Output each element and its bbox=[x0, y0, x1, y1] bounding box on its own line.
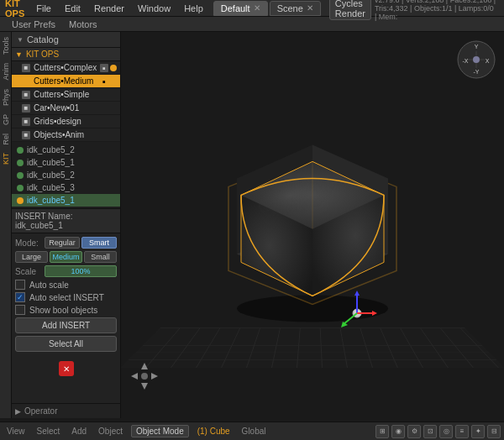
bottom-add[interactable]: Add bbox=[68, 427, 90, 436]
operator-section: ▶ Operator bbox=[12, 403, 120, 418]
tab-default[interactable]: Default ✕ bbox=[213, 1, 268, 16]
catalog-dot bbox=[110, 65, 117, 71]
tab-close-default[interactable]: ✕ bbox=[254, 3, 260, 13]
insert-list: idk_cube5_2 idk_cube5_1 idk_cube5_2 idk_… bbox=[12, 142, 120, 208]
viewport-nav-arrows[interactable] bbox=[128, 359, 161, 395]
auto-scale-row: Auto scale bbox=[15, 280, 117, 290]
show-bool-row: Show bool objects bbox=[15, 305, 117, 315]
catalog-icon: ■ bbox=[22, 64, 30, 72]
version-info: v2.79.6 | Verts:2,168 | Faces:2,166 | Tr… bbox=[375, 0, 497, 21]
insert-item-0[interactable]: idk_cube5_2 bbox=[12, 144, 120, 156]
insert-dot-active bbox=[17, 197, 24, 204]
cube-svg bbox=[195, 102, 430, 338]
select-all-button[interactable]: Select All bbox=[15, 336, 117, 352]
tab-close-scene[interactable]: ✕ bbox=[307, 3, 313, 13]
catalog-item-cutters-simple[interactable]: ■ Cutters•Simple bbox=[12, 88, 120, 102]
insert-item-4[interactable]: idk_cube5_1 bbox=[12, 194, 120, 207]
add-insert-button[interactable]: Add INSERT bbox=[15, 317, 117, 333]
viewport-icon-7[interactable]: ✦ bbox=[471, 425, 485, 438]
viewport-icon-8[interactable]: ⊟ bbox=[487, 425, 501, 438]
svg-marker-27 bbox=[151, 373, 158, 380]
size-small[interactable]: Small bbox=[84, 251, 117, 263]
viewport-icon-5[interactable]: ◎ bbox=[439, 425, 453, 438]
top-menu-bar: KIT OPS File Edit Render Window Help Def… bbox=[0, 0, 504, 17]
catalog-list: ■ Cutters•Complex ▪ Cutters•Medium ▪ ■ C… bbox=[12, 61, 120, 142]
viewport-icon-6[interactable]: ≡ bbox=[455, 425, 469, 438]
menu-file[interactable]: File bbox=[29, 0, 58, 16]
viewport-icon-4[interactable]: ⊡ bbox=[423, 425, 437, 438]
viewport-icon-3[interactable]: ⚙ bbox=[407, 425, 421, 438]
engine-selector[interactable]: Cycles Render bbox=[329, 0, 371, 20]
catalog-btn-medium[interactable]: ▪ bbox=[100, 77, 108, 86]
svg-marker-11 bbox=[354, 291, 360, 296]
bottom-icon-bar: ⊞ ◉ ⚙ ⊡ ◎ ≡ ✦ ⊟ bbox=[375, 425, 501, 438]
nav-gizmo[interactable]: Y X -X -Y bbox=[455, 39, 497, 81]
catalog-dot bbox=[110, 78, 117, 85]
show-bool-checkbox[interactable] bbox=[15, 305, 25, 315]
menu-help[interactable]: Help bbox=[177, 0, 210, 16]
viewport-icon-2[interactable]: ◉ bbox=[391, 425, 405, 438]
size-large[interactable]: Large bbox=[15, 251, 48, 263]
mode-smart[interactable]: Smart bbox=[81, 237, 117, 249]
left-toolbar: Tools Anim Phys GP Rel KIT bbox=[0, 32, 12, 418]
tab-scene[interactable]: Scene ✕ bbox=[270, 1, 321, 16]
global-selector[interactable]: Global bbox=[239, 427, 270, 436]
vtab-physics[interactable]: Phys bbox=[0, 86, 12, 109]
mode-selector[interactable]: Object Mode bbox=[131, 425, 189, 437]
catalog-item-cutters-medium[interactable]: Cutters•Medium ▪ bbox=[12, 75, 120, 88]
active-object: (1) Cube bbox=[197, 427, 230, 436]
catalog-item-cutters-complex[interactable]: ■ Cutters•Complex ▪ bbox=[12, 61, 120, 75]
kit-ops-header[interactable]: ▼ KIT OPS bbox=[12, 48, 120, 61]
menu-render[interactable]: Render bbox=[87, 0, 131, 16]
transform-gizmo bbox=[332, 284, 382, 334]
catalog-icon bbox=[22, 77, 30, 86]
operator-expand-icon: ▶ bbox=[15, 407, 21, 416]
bottom-object[interactable]: Object bbox=[95, 427, 126, 436]
operator-header[interactable]: ▶ Operator bbox=[15, 406, 117, 416]
size-medium[interactable]: Medium bbox=[50, 251, 82, 263]
catalog-item-car[interactable]: ■ Car•New•01 bbox=[12, 102, 120, 115]
catalog-icon: ■ bbox=[22, 131, 30, 139]
auto-select-checkbox[interactable] bbox=[15, 292, 25, 302]
bottom-view[interactable]: View bbox=[3, 427, 29, 436]
svg-marker-24 bbox=[141, 363, 148, 369]
vtab-grease-pencil[interactable]: GP bbox=[0, 111, 12, 128]
mode-regular[interactable]: Regular bbox=[45, 237, 80, 249]
vtab-animation[interactable]: Anim bbox=[0, 60, 12, 84]
scale-input[interactable]: 100% bbox=[45, 265, 117, 277]
catalog-icon: ■ bbox=[22, 91, 30, 99]
user-prefs-link[interactable]: User Prefs bbox=[5, 19, 62, 29]
auto-scale-checkbox[interactable] bbox=[15, 280, 25, 290]
menu-window[interactable]: Window bbox=[131, 0, 177, 16]
catalog-header[interactable]: Catalog bbox=[12, 32, 120, 48]
svg-point-23 bbox=[473, 56, 480, 63]
mode-row: Mode: Regular Smart bbox=[15, 237, 117, 249]
vtab-relations[interactable]: Rel bbox=[0, 130, 12, 149]
insert-dot bbox=[17, 172, 24, 179]
catalog-icon: ■ bbox=[22, 118, 30, 126]
viewport-icon-1[interactable]: ⊞ bbox=[375, 425, 389, 438]
vtab-tools[interactable]: Tools bbox=[0, 34, 12, 58]
insert-name-bar: INSERT Name: idk_cube5_1 bbox=[12, 208, 120, 233]
main-area: Tools Anim Phys GP Rel KIT Catalog ▼ KIT… bbox=[0, 32, 504, 418]
red-close-button[interactable]: ✕ bbox=[59, 361, 74, 376]
bottom-status-bar: View Select Add Object Object Mode (1) C… bbox=[0, 422, 504, 440]
menu-edit[interactable]: Edit bbox=[58, 0, 87, 16]
svg-marker-13 bbox=[372, 311, 377, 316]
svg-line-14 bbox=[344, 313, 357, 324]
catalog-item-objects[interactable]: ■ Objects•Anim bbox=[12, 128, 120, 142]
catalog-icon: ■ bbox=[22, 104, 30, 113]
svg-marker-25 bbox=[141, 383, 148, 390]
insert-item-2[interactable]: idk_cube5_2 bbox=[12, 169, 120, 181]
size-row: Large Medium Small bbox=[15, 251, 117, 263]
vtab-kitops[interactable]: KIT bbox=[0, 149, 12, 168]
bottom-select[interactable]: Select bbox=[34, 427, 64, 436]
mode-buttons: Regular Smart bbox=[45, 237, 117, 249]
sidebar-panel: Catalog ▼ KIT OPS ■ Cutters•Complex ▪ Cu… bbox=[12, 32, 121, 418]
viewport[interactable]: Y X -X -Y bbox=[121, 32, 504, 418]
catalog-item-grids[interactable]: ■ Grids•design bbox=[12, 115, 120, 128]
insert-item-3[interactable]: idk_cube5_3 bbox=[12, 181, 120, 194]
insert-item-1[interactable]: idk_cube5_1 bbox=[12, 156, 120, 169]
motors-link[interactable]: Motors bbox=[62, 19, 104, 29]
catalog-btn-complex[interactable]: ▪ bbox=[100, 64, 108, 72]
